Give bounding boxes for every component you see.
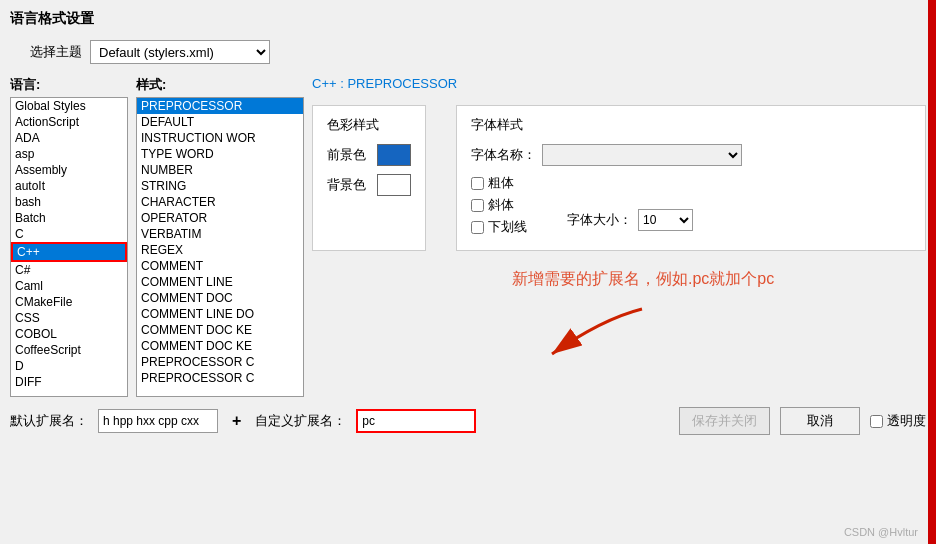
lang-item[interactable]: ActionScript <box>11 114 127 130</box>
style-item[interactable]: VERBATIM <box>137 226 303 242</box>
lang-item[interactable]: CoffeeScript <box>11 342 127 358</box>
theme-dropdown[interactable]: Default (stylers.xml) <box>90 40 270 64</box>
style-item-comment[interactable]: COMMENT <box>137 258 303 274</box>
font-name-label: 字体名称： <box>471 146 536 164</box>
cancel-button[interactable]: 取消 <box>780 407 860 435</box>
underline-label: 下划线 <box>488 218 527 236</box>
save-button[interactable]: 保存并关闭 <box>679 407 770 435</box>
style-section: 样式: PREPROCESSOR DEFAULT INSTRUCTION WOR… <box>136 76 304 397</box>
custom-ext-input[interactable] <box>356 409 476 433</box>
lang-item-cpp[interactable]: C++ <box>11 242 127 262</box>
bold-row: 粗体 <box>471 174 911 192</box>
theme-row: 选择主题 Default (stylers.xml) <box>30 40 926 64</box>
style-item[interactable]: COMMENT DOC KE <box>137 322 303 338</box>
bg-row: 背景色 <box>327 174 411 196</box>
watermark: CSDN @Hvltur <box>844 526 918 538</box>
default-ext-input[interactable] <box>98 409 218 433</box>
lang-item[interactable]: Assembly <box>11 162 127 178</box>
right-panel: C++ : PREPROCESSOR 色彩样式 前景色 背景色 <box>312 76 926 397</box>
red-bar <box>928 0 936 544</box>
color-font-row: 色彩样式 前景色 背景色 字体样式 字体名称： <box>312 105 926 251</box>
style-item-preprocessor[interactable]: PREPROCESSOR <box>137 98 303 114</box>
font-name-row: 字体名称： <box>471 144 911 166</box>
underline-row: 下划线 <box>471 218 527 236</box>
annotation-area: 新增需要的扩展名，例如.pc就加个pc <box>312 269 926 349</box>
style-item-typeword[interactable]: TYPE WORD <box>137 146 303 162</box>
style-item[interactable]: PREPROCESSOR C <box>137 370 303 386</box>
font-size-row: 字体大小： 10 <box>567 209 693 231</box>
italic-label: 斜体 <box>488 196 514 214</box>
lang-item[interactable]: Caml <box>11 278 127 294</box>
bold-checkbox[interactable] <box>471 177 484 190</box>
transparent-label: 透明度 <box>887 412 926 430</box>
lang-item[interactable]: ADA <box>11 130 127 146</box>
italic-checkbox[interactable] <box>471 199 484 212</box>
arrow-icon <box>462 299 662 369</box>
style-item[interactable]: COMMENT DOC <box>137 290 303 306</box>
color-section: 色彩样式 前景色 背景色 <box>312 105 426 251</box>
default-ext-label: 默认扩展名： <box>10 412 88 430</box>
transparent-checkbox[interactable] <box>870 415 883 428</box>
annotation-text: 新增需要的扩展名，例如.pc就加个pc <box>512 269 774 290</box>
font-section: 字体样式 字体名称： 粗体 <box>456 105 926 251</box>
language-list[interactable]: Global Styles ActionScript ADA asp Assem… <box>10 97 128 397</box>
color-section-title: 色彩样式 <box>327 116 411 134</box>
fg-color-box[interactable] <box>377 144 411 166</box>
lang-item[interactable]: Global Styles <box>11 98 127 114</box>
lang-item[interactable]: D <box>11 358 127 374</box>
style-item[interactable]: COMMENT DOC KE <box>137 338 303 354</box>
style-header: 样式: <box>136 76 304 94</box>
lang-item[interactable]: DIFF <box>11 374 127 390</box>
style-item[interactable]: NUMBER <box>137 162 303 178</box>
bold-label: 粗体 <box>488 174 514 192</box>
language-section: 语言: Global Styles ActionScript ADA asp A… <box>10 76 128 397</box>
lang-item[interactable]: C# <box>11 262 127 278</box>
style-item[interactable]: COMMENT LINE DO <box>137 306 303 322</box>
transparent-row: 透明度 <box>870 412 926 430</box>
bg-color-box[interactable] <box>377 174 411 196</box>
font-section-title: 字体样式 <box>471 116 911 134</box>
style-list[interactable]: PREPROCESSOR DEFAULT INSTRUCTION WOR TYP… <box>136 97 304 397</box>
style-item[interactable]: CHARACTER <box>137 194 303 210</box>
bg-label: 背景色 <box>327 176 367 194</box>
lang-item[interactable]: CMakeFile <box>11 294 127 310</box>
underline-checkbox[interactable] <box>471 221 484 234</box>
plus-button[interactable]: + <box>228 412 245 430</box>
style-item[interactable]: REGEX <box>137 242 303 258</box>
font-size-dropdown[interactable]: 10 <box>638 209 693 231</box>
style-item[interactable]: OPERATOR <box>137 210 303 226</box>
lang-item[interactable]: autoIt <box>11 178 127 194</box>
font-size-label: 字体大小： <box>567 211 632 229</box>
lang-item[interactable]: COBOL <box>11 326 127 342</box>
custom-ext-label: 自定义扩展名： <box>255 412 346 430</box>
lang-item[interactable]: C <box>11 226 127 242</box>
lang-item[interactable]: CSS <box>11 310 127 326</box>
theme-label: 选择主题 <box>30 43 82 61</box>
dialog-title: 语言格式设置 <box>10 10 94 28</box>
fg-label: 前景色 <box>327 146 367 164</box>
current-style-label: C++ : PREPROCESSOR <box>312 76 926 91</box>
style-item[interactable]: COMMENT LINE <box>137 274 303 290</box>
language-header: 语言: <box>10 76 128 94</box>
bottom-row: 默认扩展名： + 自定义扩展名： 保存并关闭 取消 透明度 <box>10 407 926 435</box>
lang-item[interactable]: bash <box>11 194 127 210</box>
fg-row: 前景色 <box>327 144 411 166</box>
style-item[interactable]: PREPROCESSOR C <box>137 354 303 370</box>
title-bar: 语言格式设置 <box>10 10 926 28</box>
dialog: 语言格式设置 选择主题 Default (stylers.xml) 语言: Gl… <box>0 0 936 544</box>
italic-row: 斜体 <box>471 196 527 214</box>
style-item[interactable]: STRING <box>137 178 303 194</box>
lang-item[interactable]: asp <box>11 146 127 162</box>
style-item[interactable]: DEFAULT <box>137 114 303 130</box>
style-item[interactable]: INSTRUCTION WOR <box>137 130 303 146</box>
lang-item[interactable]: Batch <box>11 210 127 226</box>
font-name-dropdown[interactable] <box>542 144 742 166</box>
main-content: 语言: Global Styles ActionScript ADA asp A… <box>10 76 926 397</box>
